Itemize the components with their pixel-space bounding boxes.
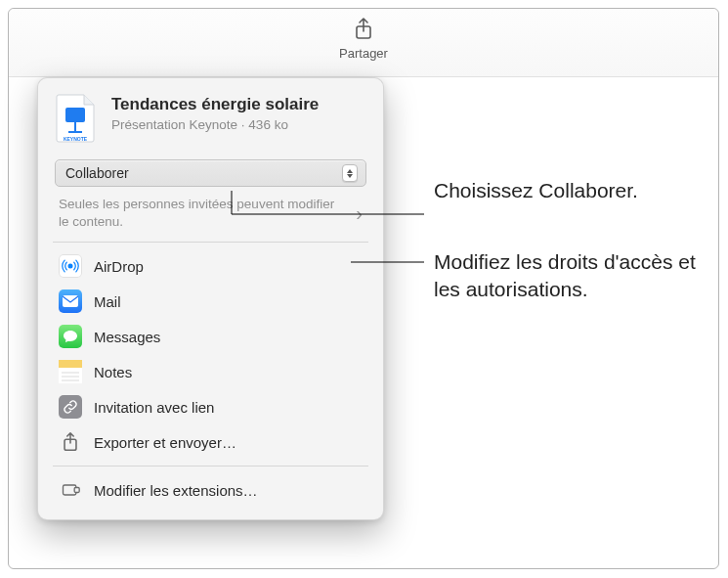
- callout-edit-permissions: Modifiez les droits d'accès et les autor…: [434, 248, 718, 304]
- callout-choose-collaborate: Choisissez Collaborer.: [434, 177, 638, 204]
- window-frame: Partager KEYNOTE Tendances énergie solai…: [8, 8, 719, 569]
